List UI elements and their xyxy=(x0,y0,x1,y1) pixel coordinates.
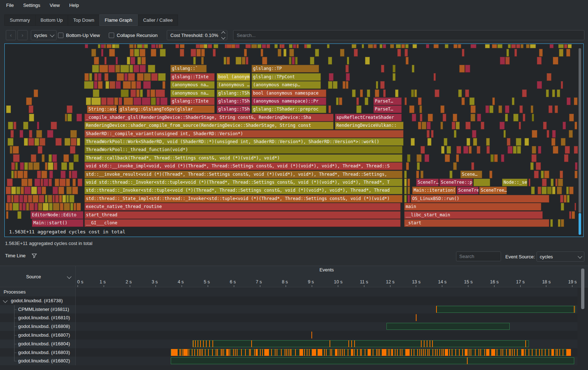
flame-block[interactable]: std::thread::_State_impl<std::thread::_I… xyxy=(84,195,402,203)
flame-block[interactable] xyxy=(89,73,92,81)
flame-block[interactable] xyxy=(530,162,534,170)
flame-block[interactable] xyxy=(242,57,245,65)
timeline-row-label[interactable]: godot.linuxbsd. (#16808) xyxy=(0,322,76,331)
flame-block[interactable] xyxy=(28,195,32,203)
flame-block[interactable] xyxy=(417,154,422,162)
flame-block[interactable] xyxy=(547,73,552,81)
flame-block[interactable] xyxy=(380,81,385,89)
flame-block[interactable] xyxy=(49,203,53,211)
flame-block[interactable] xyxy=(551,179,554,186)
flame-block[interactable] xyxy=(574,146,577,154)
flame-block[interactable]: void std::__invoke_impl<void, void (*)(T… xyxy=(84,162,402,170)
flame-block[interactable] xyxy=(419,105,422,113)
flame-block[interactable] xyxy=(297,44,299,48)
flame-block[interactable] xyxy=(452,122,455,129)
flame-block[interactable] xyxy=(560,195,564,203)
flame-block[interactable] xyxy=(456,122,460,129)
flame-block[interactable]: ShaderRD::_compile_variant(unsigned int,… xyxy=(84,130,403,138)
flame-block[interactable] xyxy=(561,219,564,227)
flame-block[interactable] xyxy=(65,138,70,146)
flame-block[interactable] xyxy=(531,105,533,113)
flame-block[interactable] xyxy=(48,162,53,170)
flame-block[interactable] xyxy=(550,44,554,48)
timeline-row-label[interactable]: godot.linuxbsd. (#16807) xyxy=(0,331,76,340)
flame-block[interactable] xyxy=(550,219,553,227)
flame-block[interactable] xyxy=(48,195,52,203)
flame-block[interactable] xyxy=(406,162,409,170)
flame-block[interactable] xyxy=(553,57,558,65)
flame-block[interactable] xyxy=(14,171,17,178)
flame-block[interactable] xyxy=(445,44,448,48)
flame-block[interactable] xyxy=(542,187,547,194)
flame-block[interactable] xyxy=(227,44,232,48)
flame-block[interactable] xyxy=(51,122,57,129)
flame-block[interactable] xyxy=(425,154,429,162)
flame-block[interactable] xyxy=(14,195,18,203)
flame-block[interactable] xyxy=(74,203,76,211)
flame-block[interactable] xyxy=(532,146,536,154)
flame-block[interactable] xyxy=(365,97,368,105)
flame-block[interactable] xyxy=(539,49,543,57)
flame-block[interactable] xyxy=(76,114,82,121)
flame-block[interactable] xyxy=(24,195,28,203)
flame-block[interactable] xyxy=(507,138,510,146)
flame-block[interactable] xyxy=(343,81,345,89)
flame-block[interactable]: _start xyxy=(404,219,549,227)
flame-block[interactable] xyxy=(24,138,28,146)
flame-block[interactable] xyxy=(59,179,66,186)
flame-block[interactable] xyxy=(537,81,542,89)
timeline-span-bar[interactable] xyxy=(171,357,574,364)
flame-block[interactable]: glslang::TSha xyxy=(217,105,250,113)
flame-block[interactable] xyxy=(281,44,285,48)
flame-block[interactable] xyxy=(565,146,570,154)
flame-block[interactable] xyxy=(151,73,158,81)
flame-block[interactable] xyxy=(49,171,53,178)
flame-block[interactable] xyxy=(534,171,539,178)
flame-block[interactable] xyxy=(112,44,115,48)
flame-block[interactable] xyxy=(505,114,508,121)
flame-block[interactable] xyxy=(547,187,552,194)
flame-block[interactable] xyxy=(473,138,477,146)
flame-block[interactable] xyxy=(17,171,23,178)
timeline-row-label[interactable]: Processes xyxy=(0,288,76,296)
flame-block[interactable] xyxy=(69,171,71,178)
flame-block[interactable]: start_thread xyxy=(84,211,401,219)
flame-block[interactable] xyxy=(516,138,521,146)
flame-block[interactable] xyxy=(575,122,577,129)
tab-caller-callee[interactable]: Caller / Callee xyxy=(138,14,178,26)
flame-block[interactable] xyxy=(65,114,67,121)
flame-block[interactable] xyxy=(120,65,129,72)
flame-block[interactable] xyxy=(94,73,97,81)
flame-block[interactable] xyxy=(557,187,562,194)
flame-block[interactable] xyxy=(531,154,537,162)
flame-block[interactable]: ThreadWorkPool::_thread_function(void*) xyxy=(84,146,402,154)
flame-block[interactable] xyxy=(11,171,14,178)
flame-block[interactable] xyxy=(21,187,24,194)
flame-block[interactable]: ParseT… xyxy=(373,97,402,105)
flame-scrollbar-thumb[interactable] xyxy=(579,48,581,213)
flame-block[interactable] xyxy=(134,44,136,48)
flame-block[interactable] xyxy=(485,44,490,48)
timeline-row-events[interactable] xyxy=(76,348,577,357)
flame-block[interactable] xyxy=(558,44,564,48)
flame-block[interactable] xyxy=(54,162,57,170)
forward-button[interactable]: › xyxy=(17,30,28,40)
flame-block[interactable] xyxy=(505,105,509,113)
flame-block[interactable]: std::__invoke_result<void (*)(Thread*, T… xyxy=(84,171,402,178)
timeline-span-bar[interactable] xyxy=(386,323,510,330)
flame-block[interactable] xyxy=(381,65,384,72)
flame-block[interactable] xyxy=(477,114,481,121)
flame-block[interactable] xyxy=(409,105,414,113)
flame-block[interactable] xyxy=(47,130,53,138)
flame-block[interactable] xyxy=(490,154,494,162)
flame-block[interactable] xyxy=(407,195,410,203)
timeline-search-input[interactable] xyxy=(456,251,501,261)
flame-block[interactable] xyxy=(517,146,521,154)
flame-block[interactable] xyxy=(6,187,11,194)
flame-block[interactable] xyxy=(569,130,573,138)
tab-top-down[interactable]: Top Down xyxy=(68,14,99,26)
flame-block[interactable] xyxy=(117,73,124,81)
flame-block[interactable] xyxy=(404,195,407,203)
flame-block[interactable] xyxy=(262,44,266,48)
flame-block[interactable] xyxy=(42,187,46,194)
